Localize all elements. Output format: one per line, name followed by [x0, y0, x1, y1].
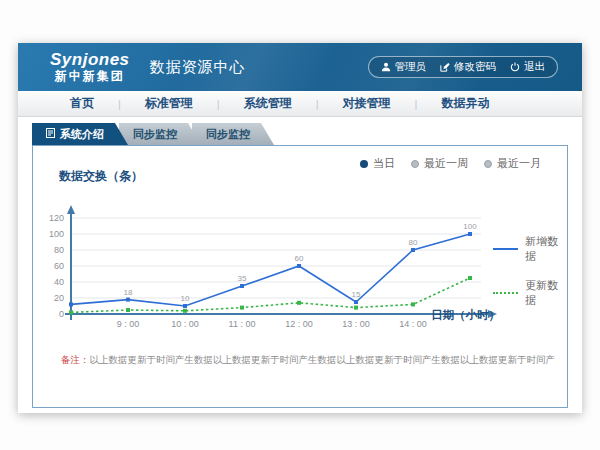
tab-label: 系统介绍	[60, 123, 104, 145]
svg-text:15: 15	[352, 290, 361, 299]
svg-text:11 : 00: 11 : 00	[229, 319, 256, 329]
logo: Synjones 新中新集团	[50, 51, 130, 83]
footnote-text: 以上数据更新于时间产生数据以上数据更新于时间产生数据以上数据更新于时间产生数据以…	[90, 354, 556, 365]
edit-icon	[440, 62, 450, 72]
radio-option-last-month[interactable]: 最近一月	[484, 156, 541, 171]
user-menu-admin[interactable]: 管理员	[381, 60, 427, 74]
tab-bar: 系统介绍 同步监控 同步监控	[32, 123, 274, 145]
svg-text:20: 20	[54, 293, 64, 303]
solid-line-swatch	[493, 248, 518, 250]
radio-option-last-week[interactable]: 最近一周	[411, 156, 468, 171]
radio-label: 最近一周	[424, 156, 468, 171]
svg-text:60: 60	[295, 254, 304, 263]
svg-text:13 : 00: 13 : 00	[342, 319, 370, 329]
logo-subtext: 新中新集团	[50, 70, 130, 83]
radio-label: 当日	[373, 156, 395, 171]
legend-item-new-data: 新增数据	[493, 234, 567, 264]
app-header: Synjones 新中新集团 数据资源中心 管理员 修改密码	[18, 43, 582, 91]
svg-text:100: 100	[49, 229, 64, 239]
nav-item-interface-mgmt[interactable]: 对接管理	[319, 95, 415, 112]
document-icon	[46, 123, 55, 145]
svg-text:10 : 00: 10 : 00	[171, 319, 199, 329]
legend-label: 更新数据	[525, 278, 567, 308]
radio-dot	[484, 160, 492, 168]
svg-text:12 : 00: 12 : 00	[285, 319, 313, 329]
y-axis-title: 数据交换（条）	[59, 168, 143, 185]
nav-item-data-change[interactable]: 数据异动	[417, 95, 513, 112]
svg-text:35: 35	[238, 274, 247, 283]
footnote: 备注：以上数据更新于时间产生数据以上数据更新于时间产生数据以上数据更新于时间产生…	[61, 354, 555, 367]
tab-system-intro[interactable]: 系统介绍	[32, 123, 128, 145]
user-label: 管理员	[395, 60, 427, 74]
nav-item-system-mgmt[interactable]: 系统管理	[220, 95, 316, 112]
footnote-prefix: 备注：	[61, 354, 90, 365]
tab-sync-monitor-2[interactable]: 同步监控	[192, 123, 274, 145]
logout-label: 退出	[524, 60, 545, 74]
legend-label: 新增数据	[525, 234, 567, 264]
main-nav: 首页 | 标准管理 | 系统管理 | 对接管理 | 数据异动	[18, 91, 582, 117]
svg-text:18: 18	[124, 288, 133, 297]
svg-text:100: 100	[463, 222, 477, 231]
app-window: Synjones 新中新集团 数据资源中心 管理员 修改密码	[18, 43, 582, 413]
logo-text: Synjones	[50, 51, 130, 70]
svg-text:60: 60	[54, 261, 64, 271]
svg-text:80: 80	[54, 245, 64, 255]
nav-item-home[interactable]: 首页	[46, 95, 118, 112]
power-icon	[510, 62, 520, 72]
radio-dot	[411, 160, 419, 168]
svg-text:120: 120	[49, 213, 64, 223]
change-password-label: 修改密码	[454, 60, 496, 74]
user-menu: 管理员 修改密码 退出	[368, 56, 559, 78]
svg-text:80: 80	[409, 238, 418, 247]
svg-text:40: 40	[54, 277, 64, 287]
svg-text:9 : 00: 9 : 00	[117, 319, 140, 329]
svg-text:0: 0	[59, 309, 64, 319]
tab-label: 同步监控	[206, 128, 250, 140]
change-password-button[interactable]: 修改密码	[440, 60, 496, 74]
time-range-filter: 当日 最近一周 最近一月	[360, 156, 541, 171]
svg-text:10: 10	[181, 294, 190, 303]
legend-item-updated-data: 更新数据	[493, 278, 567, 308]
svg-text:14 : 00: 14 : 00	[399, 319, 427, 329]
nav-item-standard-mgmt[interactable]: 标准管理	[121, 95, 217, 112]
tab-label: 同步监控	[133, 128, 177, 140]
radio-dot-selected	[360, 160, 368, 168]
chart-legend: 新增数据 更新数据	[493, 234, 567, 322]
x-axis-title: 日期（小时）	[431, 308, 500, 323]
app-title: 数据资源中心	[150, 58, 246, 77]
user-icon	[381, 62, 391, 72]
dotted-line-swatch	[493, 292, 518, 294]
page: Synjones 新中新集团 数据资源中心 管理员 修改密码	[0, 0, 600, 450]
chart-panel: 当日 最近一周 最近一月 数据交换（条） 0204060801001209 : …	[32, 145, 568, 408]
radio-option-today[interactable]: 当日	[360, 156, 395, 171]
logout-button[interactable]: 退出	[510, 60, 545, 74]
tab-sync-monitor-1[interactable]: 同步监控	[119, 123, 201, 145]
radio-label: 最近一月	[497, 156, 541, 171]
